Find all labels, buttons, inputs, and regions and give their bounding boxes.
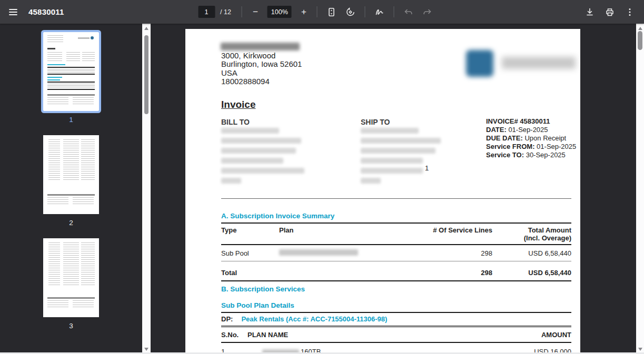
col-plan-name: PLAN NAME bbox=[247, 331, 487, 339]
thumbnail-preview-3 bbox=[43, 238, 99, 317]
invoice-meta: INVOICE# 45830011 DATE: 01-Sep-2025 DUE … bbox=[486, 117, 576, 159]
menu-icon[interactable] bbox=[4, 3, 22, 21]
subscription-summary-table: Type Plan # Of Service Lines Total Amoun… bbox=[221, 222, 571, 281]
redacted-bill-to-address bbox=[221, 128, 316, 188]
rotate-icon[interactable] bbox=[342, 3, 360, 21]
dp-account-value: Peak Rentals (Acc #: ACC-7155004-11306-9… bbox=[241, 315, 387, 323]
redacted-logo-text bbox=[502, 57, 576, 69]
annotate-pen-icon[interactable] bbox=[371, 3, 389, 21]
sub-pool-details-heading: Sub Pool Plan Details bbox=[221, 301, 571, 313]
invoice-heading: Invoice bbox=[221, 99, 255, 110]
bill-to-label: BILL TO bbox=[221, 118, 250, 126]
ship-to-visible-digit: 1 bbox=[425, 164, 429, 172]
document-title: 45830011 bbox=[28, 7, 64, 16]
download-icon[interactable] bbox=[581, 3, 599, 21]
thumbnail-number-2: 2 bbox=[69, 219, 73, 227]
service-to-line: Service TO: 30-Sep-2025 bbox=[486, 151, 576, 159]
zoom-in-button[interactable]: + bbox=[296, 3, 312, 21]
viewer-content: 1 2 3 bbox=[0, 24, 644, 354]
page-number-input[interactable] bbox=[198, 6, 215, 18]
toolbar-separator bbox=[365, 6, 365, 17]
zoom-out-button[interactable]: − bbox=[247, 3, 263, 21]
toolbar-separator bbox=[394, 6, 394, 17]
col-service-lines: # Of Service Lines bbox=[408, 226, 492, 242]
sender-address-line: 3000, Kirkwood bbox=[221, 52, 302, 60]
thumbnail-page-3[interactable]: 3 bbox=[43, 230, 99, 333]
zoom-level[interactable]: 100% bbox=[267, 6, 292, 18]
redacted-company-name bbox=[221, 43, 300, 50]
document-scrollbar-thumb[interactable] bbox=[638, 31, 642, 50]
details-table-header: S.No. PLAN NAME AMOUNT bbox=[221, 327, 571, 343]
thumbnail-number-3: 3 bbox=[69, 322, 73, 330]
redacted-ship-to-address bbox=[361, 128, 455, 188]
more-options-icon[interactable] bbox=[621, 3, 639, 21]
col-sno: S.No. bbox=[221, 331, 247, 339]
cell-service-lines: 298 bbox=[408, 249, 492, 257]
invoice-date-line: DATE: 01-Sep-2025 bbox=[486, 126, 576, 134]
summary-table-header: Type Plan # Of Service Lines Total Amoun… bbox=[221, 222, 571, 245]
pdf-toolbar: 45830011 / 12 − 100% + bbox=[0, 0, 644, 24]
thumbnail-number-1: 1 bbox=[69, 116, 73, 124]
service-from-line: Service FROM: 01-Sep-2025 bbox=[486, 143, 576, 151]
dp-label: DP: bbox=[221, 315, 233, 323]
table-row: Sub Pool 298 USD 6,58,440 bbox=[221, 245, 571, 261]
cell-amount: USD 6,58,440 bbox=[492, 249, 571, 257]
thumbnail-scrollbar-thumb[interactable] bbox=[144, 35, 148, 114]
pdf-page-1: 3000, Kirkwood Burlington, Iowa 52601 US… bbox=[185, 29, 580, 354]
sender-address: 3000, Kirkwood Burlington, Iowa 52601 US… bbox=[221, 52, 302, 86]
sender-address-line: USA bbox=[221, 69, 302, 77]
table-total-row: Total 298 USD 6,58,440 bbox=[221, 264, 571, 281]
col-plan: Plan bbox=[279, 226, 408, 242]
scroll-down-arrow[interactable] bbox=[142, 346, 151, 353]
sender-address-line: Burlington, Iowa 52601 bbox=[221, 60, 302, 68]
redo-icon[interactable] bbox=[419, 3, 437, 21]
invoice-number-line: INVOICE# 45830011 bbox=[486, 117, 576, 126]
dp-account-row: DP:Peak Rentals (Acc #: ACC-7155004-1130… bbox=[221, 313, 571, 327]
thumbnail-preview-1 bbox=[43, 32, 99, 111]
section-divider bbox=[221, 198, 571, 199]
sender-phone: 18002888094 bbox=[221, 77, 302, 86]
page-count-label: / 12 bbox=[220, 8, 231, 16]
due-date-line: DUE DATE: Upon Receipt bbox=[486, 134, 576, 143]
toolbar-separator bbox=[317, 6, 318, 17]
print-icon[interactable] bbox=[601, 3, 619, 21]
sub-pool-details-table: Sub Pool Plan Details DP:Peak Rentals (A… bbox=[221, 301, 571, 354]
scroll-up-arrow[interactable] bbox=[142, 25, 151, 32]
thumbnail-page-2[interactable]: 2 bbox=[43, 127, 99, 230]
fit-page-icon[interactable] bbox=[323, 3, 341, 21]
total-label: Total bbox=[221, 269, 279, 277]
total-amount: USD 6,58,440 bbox=[492, 269, 571, 277]
col-amount: AMOUNT bbox=[487, 331, 571, 339]
redacted-plan-name bbox=[279, 249, 408, 257]
undo-icon[interactable] bbox=[400, 3, 418, 21]
ship-to-label: SHIP TO bbox=[361, 118, 390, 126]
section-b-heading: B. Subscription Services bbox=[221, 285, 305, 293]
thumbnail-preview-2 bbox=[43, 135, 99, 214]
scroll-down-arrow[interactable] bbox=[636, 346, 644, 353]
cell-type: Sub Pool bbox=[221, 249, 279, 257]
thumbnail-scrollbar[interactable] bbox=[142, 24, 151, 354]
col-type: Type bbox=[221, 226, 279, 242]
thumbnail-panel: 1 2 3 bbox=[0, 24, 142, 354]
total-service-lines: 298 bbox=[408, 269, 492, 277]
col-total-amount: Total Amount (Incl. Overage) bbox=[492, 226, 571, 242]
thumbnail-page-1[interactable]: 1 bbox=[43, 24, 99, 127]
toolbar-separator bbox=[242, 6, 242, 17]
section-a-heading: A. Subscription Invoice Summary bbox=[221, 212, 334, 220]
redacted-logo-mark bbox=[466, 50, 493, 77]
document-scrollbar[interactable] bbox=[636, 24, 644, 354]
